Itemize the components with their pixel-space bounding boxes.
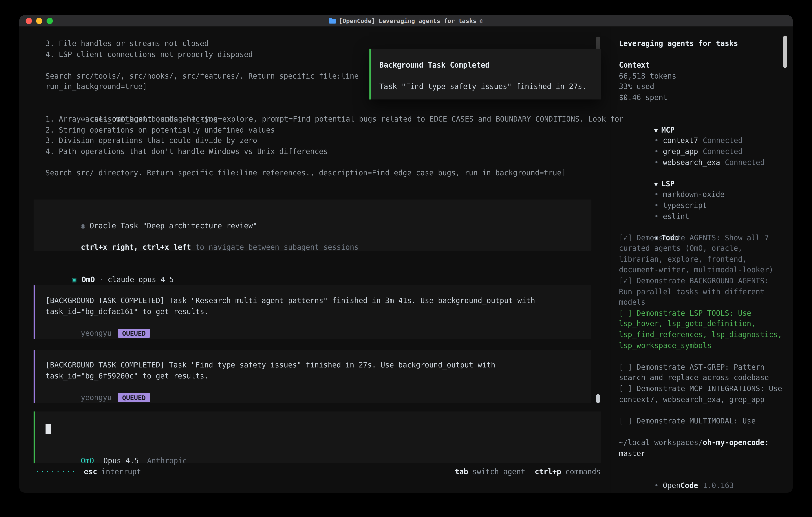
queued-badge: QUEUED	[118, 393, 150, 402]
close-button[interactable]	[26, 18, 32, 24]
context-tokens: 66,518 tokens	[619, 71, 782, 81]
mcp-status: Connected	[703, 136, 743, 145]
terminal-line: 3. Division operations that could divide…	[46, 135, 600, 146]
context-header: Context	[619, 60, 782, 71]
text-cursor	[46, 424, 51, 434]
terminal-window: [OpenCode] Leveraging agents for tasks ◐…	[19, 15, 793, 493]
model-row: OmOOpus 4.5Anthropic	[46, 445, 187, 456]
queued-badge: QUEUED	[118, 329, 150, 338]
bullet-icon: •	[654, 158, 659, 166]
terminal-line	[46, 157, 600, 167]
subagent-nav-hint: ctrl+x right, ctrl+x left to navigate be…	[46, 231, 591, 242]
todo-item: [✓] Demonstrate BACKGROUND AGENTS: Run p…	[619, 275, 782, 308]
bullet-icon: •	[654, 212, 659, 220]
oracle-task-title-line: ◉ Oracle Task "Deep architecture review"	[46, 209, 591, 220]
task-message: [BACKGROUND TASK COMPLETED] Task "Resear…	[34, 285, 591, 339]
traffic-lights	[26, 15, 53, 26]
task-message: [BACKGROUND TASK COMPLETED] Task "Find t…	[34, 350, 591, 403]
active-model[interactable]: Opus 4.5	[104, 457, 139, 465]
terminal-line: 3. File handles or streams not closed	[46, 38, 600, 49]
task-line: [BACKGROUND TASK COMPLETED] Task "Resear…	[46, 295, 591, 306]
spinner-dots: ········	[35, 468, 77, 476]
mcp-status: Connected	[725, 158, 765, 166]
task-footer: yeongyuQUEUED	[46, 317, 591, 328]
task-line: [BACKGROUND TASK COMPLETED] Task "Find t…	[46, 360, 591, 371]
half-moon-icon: ◐	[480, 17, 483, 24]
bullet-icon: •	[654, 481, 659, 490]
model-provider: Anthropic	[147, 457, 187, 465]
task-user: yeongyu	[81, 393, 112, 402]
keyhint-commands: ctrl+pcommands	[535, 468, 601, 476]
background-task-toast: Background Task Completed Task "Find typ…	[370, 49, 601, 100]
oracle-task-panel: ◉ Oracle Task "Deep architecture review"…	[34, 199, 591, 251]
context-used: 33% used	[619, 81, 782, 92]
todo-item: [ ] Demonstrate AST-GREP: Pattern search…	[619, 362, 782, 383]
sidebar-scrollbar-thumb[interactable]	[783, 35, 787, 68]
record-icon: ◉	[81, 221, 85, 230]
separator-dot: ·	[99, 275, 104, 283]
mcp-section-header[interactable]: ▼MCP	[619, 114, 782, 125]
agent-square-icon: ▣	[72, 275, 76, 283]
toast-body: Task "Find type safety issues" finished …	[379, 81, 601, 92]
screen: [OpenCode] Leveraging agents for tasks ◐…	[0, 0, 812, 517]
prompt-input[interactable]: OmOOpus 4.5Anthropic	[34, 411, 601, 463]
todo-item: [ ] Demonstrate LSP TOOLS: Use lsp_hover…	[619, 308, 782, 351]
active-agent[interactable]: OmO	[81, 457, 94, 465]
zoom-button[interactable]	[47, 18, 53, 24]
context-spent: $0.46 spent	[619, 92, 782, 103]
task-footer: yeongyuQUEUED	[46, 381, 591, 392]
agent-header: ▣OmO·claude-opus-4-5	[46, 263, 174, 274]
toast-title: Background Task Completed	[379, 60, 601, 71]
todo-item: [ ] Demonstrate MULTIMODAL: Use	[619, 416, 782, 427]
task-line: task_id="bg_dcfac161" to get results.	[46, 306, 591, 317]
tool-args: [subagent_type=explore, prompt=Find pote…	[152, 115, 624, 123]
window-title: [OpenCode] Leveraging agents for tasks ◐	[329, 17, 483, 24]
minimize-button[interactable]	[36, 18, 42, 24]
scrollbar-thumb[interactable]	[596, 394, 600, 403]
agent-model: claude-opus-4-5	[108, 275, 174, 283]
todo-item: [✓] Demonstrate AGENTS: Show all 7 curat…	[619, 232, 782, 275]
git-branch: master	[619, 449, 645, 457]
bullet-icon: •	[654, 147, 659, 156]
bullet-icon: •	[654, 201, 659, 209]
folder-icon	[329, 19, 336, 24]
chevron-down-icon: ▼	[654, 181, 658, 188]
mcp-status: Connected	[703, 147, 743, 156]
workspace-path: ~/local-workspaces/oh-my-opencode: maste…	[619, 437, 782, 459]
terminal-line: 4. Path operations that don't handle Win…	[46, 146, 600, 157]
todo-item: [ ] Demonstrate MCP INTEGRATIONS: Use co…	[619, 383, 782, 405]
status-bar: ········ escinterrupt tabswitch agent ct…	[35, 466, 601, 477]
keyhint-interrupt: escinterrupt	[84, 468, 141, 476]
window-title-text: [OpenCode] Leveraging agents for tasks	[339, 17, 476, 24]
task-line: task_id="bg_6f59260c" to get results.	[46, 371, 591, 381]
hint-keys: ctrl+x right, ctrl+x left	[81, 243, 191, 251]
bullet-icon: •	[654, 136, 659, 145]
opencode-version: •OpenCode1.0.163	[619, 469, 782, 480]
titlebar[interactable]: [OpenCode] Leveraging agents for tasks ◐	[19, 15, 793, 27]
agent-name: OmO	[82, 275, 95, 283]
chevron-down-icon: ▼	[654, 127, 658, 134]
oracle-task-title: Oracle Task "Deep architecture review"	[85, 221, 257, 230]
hint-text: to navigate between subagent sessions	[191, 243, 359, 251]
keyhint-switch-agent: tabswitch agent	[455, 468, 525, 476]
terminal-line: 2. String operations on potentially unde…	[46, 125, 600, 135]
session-title: Leveraging agents for tasks	[619, 38, 782, 49]
bullet-icon: •	[654, 190, 659, 198]
task-user: yeongyu	[81, 329, 112, 337]
sidebar: Leveraging agents for tasks Context 66,5…	[611, 27, 793, 493]
tool-call-line: ⚙call_omo_agent [subagent_type=explore, …	[46, 103, 600, 114]
terminal-line: Search src/ directory. Return specific f…	[46, 167, 600, 178]
